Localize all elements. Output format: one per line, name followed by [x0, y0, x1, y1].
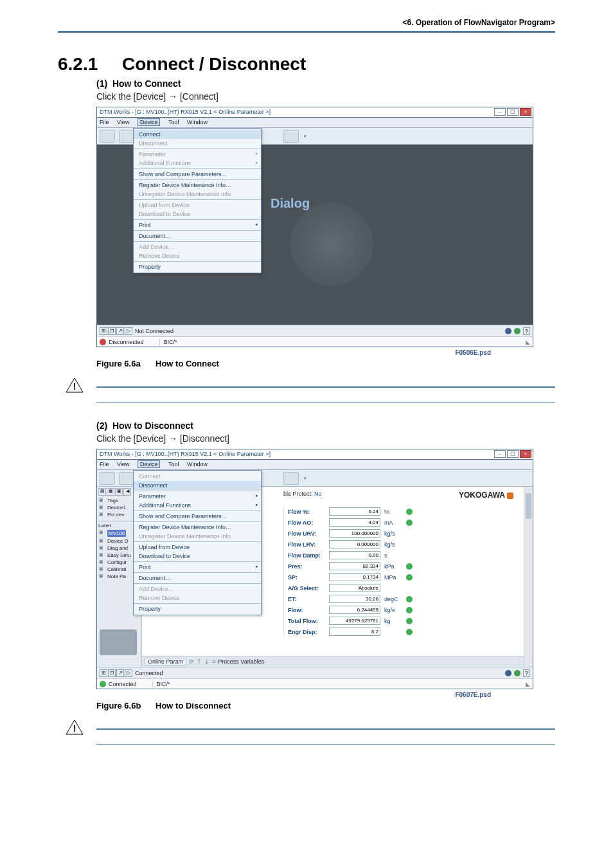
status-icon-d: ▷: [125, 327, 132, 335]
tree-tool-1[interactable]: ▤: [98, 488, 106, 496]
field-indicator-9: [406, 607, 413, 613]
field-unit-5: kPa: [384, 563, 402, 570]
close-button[interactable]: ×: [520, 108, 531, 116]
tree-tool-3[interactable]: ▣: [115, 488, 123, 496]
menu-item-upload-2[interactable]: Upload from Device: [134, 543, 261, 552]
toolbar-dropdown-icon[interactable]: ▾: [303, 134, 308, 139]
field-input-3[interactable]: [329, 540, 380, 548]
maximize-button-2[interactable]: ▢: [507, 450, 519, 458]
field-input-4[interactable]: [329, 551, 380, 559]
help-icon[interactable]: ?: [523, 327, 530, 335]
status-icon-c2: ↗: [116, 669, 124, 677]
menu-item-property-2[interactable]: Property: [134, 604, 261, 613]
menu-item-connect[interactable]: Connect: [134, 130, 261, 139]
status-right-icon: [505, 328, 511, 334]
toolbar-dropdown-icon-2[interactable]: ▾: [303, 476, 308, 481]
field-input-2[interactable]: [329, 529, 380, 538]
field-row-5: Pres:kPa: [288, 562, 517, 570]
footer-icon-3[interactable]: ⤓: [204, 658, 209, 665]
menu-window[interactable]: Window: [187, 119, 208, 125]
footer-label: Process Variables: [218, 658, 264, 665]
field-input-5[interactable]: [329, 562, 380, 570]
field-indicator-1: [406, 520, 413, 526]
menu-item-show-compare-2[interactable]: Show and Compare Parameters…: [134, 512, 261, 521]
field-indicator-0: [406, 509, 413, 515]
field-input-9[interactable]: [329, 606, 380, 614]
field-label-4: Flow Damp:: [288, 552, 325, 559]
app-window-1: DTM Works - [G : MV100..(HT) RX915 V2.1 …: [96, 107, 533, 347]
field-input-6[interactable]: [329, 573, 380, 581]
menu-item-register-2[interactable]: Register Device Maintenance Info…: [134, 523, 261, 532]
menu-device[interactable]: Device: [138, 118, 161, 126]
toolbar-icon-2b[interactable]: [119, 472, 134, 485]
status-icon-a2: ⊞: [100, 669, 107, 677]
menu-item-property[interactable]: Property: [134, 262, 261, 271]
status-right-icon-2: [505, 670, 511, 676]
disconnected-indicator-icon: [100, 339, 106, 345]
field-indicator-8: [406, 596, 413, 602]
menu-item-download-2[interactable]: Download to Device: [134, 552, 261, 561]
status-right-icon2: [514, 328, 520, 334]
section-number: 6.2.1: [58, 54, 122, 75]
figure-2-caption: Figure 6.6bHow to Disconnect: [96, 701, 555, 710]
menu-tool-2[interactable]: Tool: [168, 461, 179, 467]
footer-icon-1[interactable]: ⟳: [189, 658, 194, 665]
menu-view-2[interactable]: View: [117, 461, 129, 467]
menubar-1: File View Device Tool Window: [97, 118, 533, 128]
menu-item-register[interactable]: Register Device Maintenance Info…: [134, 181, 261, 190]
menu-item-document-2[interactable]: Document…: [134, 574, 261, 583]
toolbar-icon-3[interactable]: [283, 130, 299, 143]
tab-online-param[interactable]: Online Param: [145, 658, 186, 665]
footer-icon-4[interactable]: ≡: [212, 658, 215, 665]
field-input-11[interactable]: [329, 628, 380, 636]
toolbar-icon-1[interactable]: [100, 130, 115, 143]
menu-tool[interactable]: Tool: [168, 119, 179, 125]
maximize-button[interactable]: ▢: [507, 108, 519, 116]
field-row-9: Flow:kg/s: [288, 606, 517, 614]
menu-item-parameter: Parameter: [134, 150, 261, 159]
field-input-8[interactable]: [329, 595, 380, 603]
menu-item-disconnect-2[interactable]: Disconnect: [134, 481, 261, 490]
field-unit-8: degC: [384, 596, 402, 602]
tree-tool-2[interactable]: ▦: [107, 488, 114, 496]
field-input-10[interactable]: [329, 617, 380, 625]
connected-indicator-icon: [100, 681, 106, 687]
menu-file-2[interactable]: File: [100, 461, 109, 467]
minimize-button-2[interactable]: –: [494, 450, 506, 458]
field-label-1: Flow AO:: [288, 520, 325, 526]
menu-file[interactable]: File: [100, 119, 109, 125]
menu-item-parameter-2[interactable]: Parameter: [134, 492, 261, 501]
toolbar-icon-1b[interactable]: [100, 472, 115, 485]
titlebar-2: DTM Works - [G : MV100..(HT) RX915 V2.1 …: [97, 449, 533, 460]
menu-view[interactable]: View: [117, 119, 129, 125]
menu-item-remove-device-2: Remove Device: [134, 593, 261, 602]
minimize-button[interactable]: –: [494, 108, 506, 116]
menu-window-2[interactable]: Window: [187, 461, 208, 467]
warning-icon-2: !: [66, 719, 84, 735]
vertical-scrollbar[interactable]: [524, 487, 533, 667]
tree-tool-4[interactable]: ◀: [123, 488, 131, 496]
menu-item-print[interactable]: Print: [134, 221, 261, 230]
menu-item-show-compare[interactable]: Show and Compare Parameters…: [134, 170, 261, 179]
field-input-1[interactable]: [329, 518, 380, 527]
status-disc-text: Disconnected: [109, 339, 144, 345]
toolbar-icon-3b[interactable]: [283, 472, 299, 485]
menu-item-document[interactable]: Document…: [134, 231, 261, 240]
toolbar-icon-2[interactable]: [119, 130, 134, 143]
field-row-0: Flow %:%: [288, 507, 517, 516]
menu-item-print-2[interactable]: Print: [134, 563, 261, 572]
protect-label: ble Protect:: [283, 491, 313, 497]
warn-rule-bottom-1: [96, 402, 555, 402]
field-input-7[interactable]: [329, 584, 380, 592]
menu-item-additional-functions-2[interactable]: Additional Functions: [134, 501, 261, 510]
close-button-2[interactable]: ×: [520, 450, 531, 458]
menu-item-additional-functions: Additional Functions: [134, 159, 261, 168]
help-icon-2[interactable]: ?: [523, 669, 530, 677]
footer-icon-2[interactable]: ⤒: [197, 658, 202, 665]
status-corner-icon: ◣: [526, 339, 530, 345]
menu-device-2[interactable]: Device: [138, 460, 161, 468]
menubar-2: File View Device Tool Window: [97, 460, 533, 470]
field-label-2: Flow URV:: [288, 530, 325, 537]
field-input-0[interactable]: [329, 507, 380, 516]
field-row-11: Engr Disp:: [288, 628, 517, 636]
